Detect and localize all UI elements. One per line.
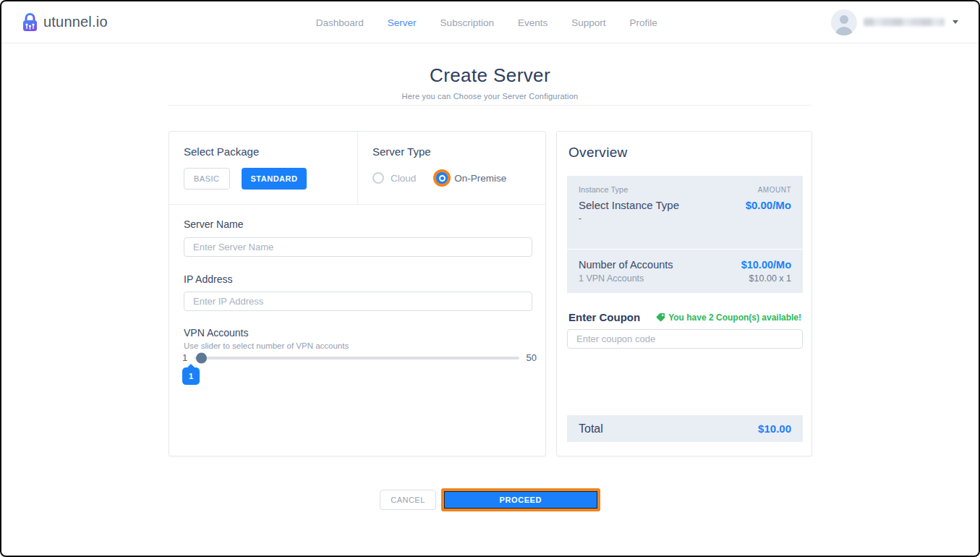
total-label: Total [579, 422, 603, 435]
overview-title: Overview [568, 145, 628, 161]
chevron-down-icon [953, 20, 958, 24]
package-type-row: Select Package BASIC STANDARD Server Typ… [169, 132, 545, 205]
main-nav: Dashboard Server Subscription Events Sup… [316, 1, 657, 43]
slider-handle[interactable] [196, 352, 207, 363]
page-title: Create Server [1, 64, 979, 87]
nav-events[interactable]: Events [518, 17, 547, 28]
nav-dashboard[interactable]: Dashboard [316, 17, 364, 28]
page-header: Create Server Here you can Choose your S… [1, 64, 979, 101]
radio-selected-icon [436, 172, 448, 184]
coupon-tag-icon [656, 312, 665, 322]
vpn-accounts-label: VPN Accounts [184, 327, 249, 339]
server-config-panel: Select Package BASIC STANDARD Server Typ… [169, 131, 546, 456]
coupon-code-input[interactable] [567, 329, 803, 349]
slider-max-label: 50 [527, 352, 537, 363]
divider [169, 105, 812, 106]
radio-on-premise-label: On-Premise [454, 173, 506, 184]
slider-track[interactable] [195, 357, 519, 360]
top-navbar: utunnel.io Dashboard Server Subscription… [1, 1, 979, 43]
package-basic-button[interactable]: BASIC [184, 168, 230, 190]
server-type-section: Server Type Cloud On-Premise [358, 132, 521, 204]
coupon-label: Enter Coupon [568, 311, 640, 323]
server-name-label: Server Name [184, 218, 243, 230]
instance-type-section: Instance Type AMOUNT Select Instance Typ… [567, 176, 803, 249]
nav-subscription[interactable]: Subscription [440, 17, 494, 28]
server-name-input[interactable] [184, 237, 532, 257]
total-row: Total $10.00 [567, 415, 803, 442]
ip-address-input[interactable] [184, 292, 532, 311]
radio-cloud[interactable]: Cloud [372, 172, 416, 184]
server-type-label: Server Type [372, 145, 506, 158]
accounts-section: Number of Accounts $10.00/Mo 1 VPN Accou… [567, 250, 803, 293]
avatar [831, 9, 857, 35]
proceed-highlight-annotation: PROCEED [441, 488, 600, 511]
nav-server[interactable]: Server [388, 17, 417, 28]
overview-panel: Overview Instance Type AMOUNT Select Ins… [556, 131, 812, 456]
vpn-accounts-helper: Use slider to select number of VPN accou… [184, 341, 349, 350]
radio-on-premise[interactable]: On-Premise [436, 172, 506, 184]
coupon-available-badge: You have 2 Coupon(s) available! [656, 312, 801, 323]
form-actions: CANCEL PROCEED [1, 488, 979, 511]
select-package-section: Select Package BASIC STANDARD [169, 132, 358, 204]
instance-detail: - [579, 213, 791, 224]
slider-value-tooltip: 1 [182, 367, 200, 385]
person-icon [831, 9, 857, 35]
amount-header: AMOUNT [758, 186, 791, 194]
accounts-label: Number of Accounts [579, 259, 673, 271]
slider-min-label: 1 [182, 352, 187, 363]
nav-profile[interactable]: Profile [629, 17, 657, 28]
instance-price: $0.00/Mo [746, 199, 791, 211]
nav-support[interactable]: Support [571, 17, 605, 28]
accounts-calc: $10.00 x 1 [749, 273, 791, 284]
accounts-price: $10.00/Mo [741, 259, 791, 271]
proceed-button[interactable]: PROCEED [445, 492, 597, 508]
select-package-label: Select Package [184, 145, 343, 158]
logo[interactable]: utunnel.io [22, 12, 108, 32]
overview-summary: Instance Type AMOUNT Select Instance Typ… [567, 176, 803, 293]
user-menu[interactable] [831, 9, 958, 35]
padlock-logo-icon [22, 12, 38, 32]
cancel-button[interactable]: CANCEL [380, 490, 436, 510]
logo-text: utunnel.io [43, 14, 108, 30]
coupon-available-text: You have 2 Coupon(s) available! [668, 312, 801, 323]
coupon-header: Enter Coupon You have 2 Coupon(s) availa… [568, 311, 801, 323]
instance-type-value: Select Instance Type [579, 199, 679, 211]
package-standard-button[interactable]: STANDARD [242, 168, 307, 190]
ip-address-label: IP Address [184, 273, 232, 285]
accounts-sub: 1 VPN Accounts [579, 273, 644, 284]
instance-type-label: Instance Type [579, 185, 628, 194]
username-redacted [864, 18, 945, 26]
page-subtitle: Here you can Choose your Server Configur… [1, 92, 979, 101]
radio-cloud-label: Cloud [391, 173, 416, 184]
radio-unselected-icon [372, 172, 384, 184]
total-value: $10.00 [758, 422, 791, 435]
vpn-accounts-slider: 1 50 [182, 352, 537, 363]
app-window: utunnel.io Dashboard Server Subscription… [0, 0, 980, 557]
